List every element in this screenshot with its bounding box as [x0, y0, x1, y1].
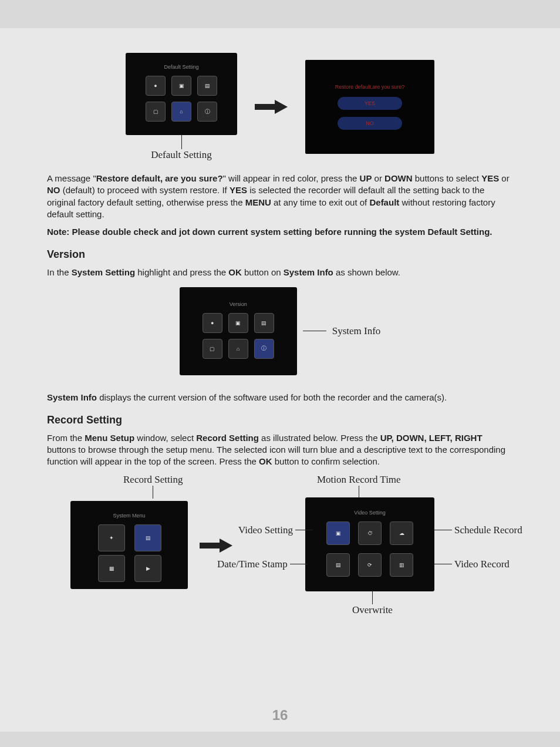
note-paragraph: Note: Please double check and jot down c… [47, 226, 513, 238]
callout-motion-record-time: Motion Record Time [317, 474, 401, 486]
menu-icon: ▤ [254, 313, 274, 333]
connector-line [434, 564, 452, 564]
screenshot-title: Video Setting [354, 510, 385, 516]
menu-icon: ● [203, 313, 222, 333]
screenshot-video-setting: Video Setting ▣ ⏱ ☁ ▤ ⟳ ▥ [305, 497, 434, 591]
figure-record-setting: Record Setting Motion Record Time System… [47, 474, 513, 621]
menu-icon-selected: ⌂ [171, 102, 191, 122]
menu-icon: ✦ [98, 524, 125, 551]
connector-line [290, 564, 308, 564]
para-system-info: System Info displays the current version… [47, 392, 513, 403]
menu-icon: ● [146, 76, 166, 96]
bottom-band [0, 732, 560, 747]
callout-overwrite: Overwrite [352, 604, 393, 616]
menu-icon: ▶ [134, 555, 161, 582]
menu-icon-selected: ▣ [326, 521, 350, 545]
callout-system-info: System Info [332, 325, 381, 337]
menu-icon: ⏱ [358, 521, 382, 545]
callout-video-setting: Video Setting [238, 524, 293, 536]
screenshot-title: Version [230, 301, 247, 307]
menu-icon: ▤ [197, 76, 217, 96]
callout-record-setting: Record Setting [123, 474, 183, 486]
arrow-right-icon [200, 539, 232, 553]
screenshot-system-menu: System Menu ✦ ▤ ▩ ▶ [70, 501, 188, 589]
menu-icon: ▣ [171, 76, 191, 96]
menu-icon: ⌂ [228, 339, 248, 359]
para-restore-default: A message "Restore default, are you sure… [47, 173, 513, 220]
arrow-right-icon [255, 100, 288, 114]
connector-line [295, 530, 313, 530]
callout-schedule-record: Schedule Record [454, 524, 522, 536]
connector-line [181, 135, 182, 149]
menu-icon: ▩ [98, 555, 125, 582]
heading-version: Version [47, 248, 513, 261]
screenshot-title: System Menu [113, 513, 145, 519]
menu-icon-selected: ▤ [134, 524, 161, 551]
screenshot-confirm-dialog: Restore default,are you sure? YES NO [305, 60, 434, 154]
page-number: 16 [0, 707, 560, 724]
connector-line [434, 530, 452, 530]
confirm-prompt: Restore default,are you sure? [335, 84, 405, 90]
confirm-no-button: NO [338, 117, 402, 130]
screenshot-title: Default Setting [164, 64, 198, 70]
caption-default-setting: Default Setting [151, 149, 211, 161]
menu-icon-selected: ⓘ [254, 339, 274, 359]
callout-date-time-stamp: Date/Time Stamp [217, 558, 288, 570]
para-record-setting: From the Menu Setup window, select Recor… [47, 432, 513, 468]
menu-icon: ▢ [146, 102, 166, 122]
menu-icon: ▤ [326, 553, 350, 577]
screenshot-default-setting: Default Setting ● ▣ ▤ ▢ ⌂ ⓘ [126, 53, 237, 135]
figure-row-default: Default Setting ● ▣ ▤ ▢ ⌂ ⓘ Default Sett… [47, 53, 513, 161]
top-band [0, 0, 560, 28]
connector-line [303, 331, 326, 331]
screenshot-version: Version ● ▣ ▤ ▢ ⌂ ⓘ [180, 287, 297, 375]
connector-line [359, 486, 359, 499]
menu-icon: ▢ [203, 339, 222, 359]
connector-line [372, 591, 373, 604]
menu-icon: ⓘ [197, 102, 217, 122]
menu-icon: ⟳ [358, 553, 382, 577]
para-version: In the System Setting highlight and pres… [47, 267, 513, 278]
callout-video-record: Video Record [454, 558, 510, 570]
confirm-yes-button: YES [338, 97, 402, 110]
connector-line [153, 486, 153, 499]
menu-icon: ☁ [390, 521, 413, 545]
figure-row-version: Version ● ▣ ▤ ▢ ⌂ ⓘ System Info [47, 287, 513, 375]
heading-record-setting: Record Setting [47, 414, 513, 426]
menu-icon: ▣ [228, 313, 248, 333]
menu-icon: ▥ [390, 553, 413, 577]
